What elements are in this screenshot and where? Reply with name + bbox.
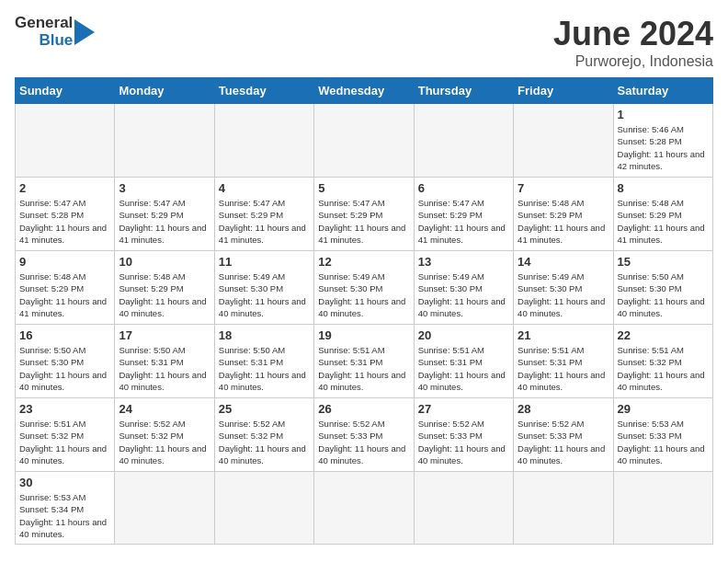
table-row: 14Sunrise: 5:49 AM Sunset: 5:30 PM Dayli… bbox=[514, 251, 613, 325]
table-row: 4Sunrise: 5:47 AM Sunset: 5:29 PM Daylig… bbox=[214, 178, 313, 251]
day-number: 10 bbox=[119, 255, 210, 269]
table-row bbox=[514, 104, 613, 178]
day-info: Sunrise: 5:52 AM Sunset: 5:33 PM Dayligh… bbox=[318, 418, 409, 466]
day-info: Sunrise: 5:51 AM Sunset: 5:31 PM Dayligh… bbox=[318, 344, 409, 393]
svg-marker-0 bbox=[74, 19, 95, 45]
table-row: 7Sunrise: 5:48 AM Sunset: 5:29 PM Daylig… bbox=[514, 178, 613, 251]
day-info: Sunrise: 5:52 AM Sunset: 5:32 PM Dayligh… bbox=[119, 418, 210, 466]
day-number: 14 bbox=[518, 255, 609, 269]
logo-triangle-icon bbox=[74, 17, 95, 47]
table-row bbox=[613, 472, 712, 545]
title-block: June 2024 Purworejo, Indonesia bbox=[553, 15, 713, 70]
day-info: Sunrise: 5:48 AM Sunset: 5:29 PM Dayligh… bbox=[518, 197, 609, 246]
table-row: 3Sunrise: 5:47 AM Sunset: 5:29 PM Daylig… bbox=[115, 178, 214, 251]
day-info: Sunrise: 5:50 AM Sunset: 5:30 PM Dayligh… bbox=[19, 344, 110, 393]
day-number: 2 bbox=[19, 181, 110, 195]
table-row: 11Sunrise: 5:49 AM Sunset: 5:30 PM Dayli… bbox=[214, 251, 313, 325]
day-number: 24 bbox=[119, 402, 210, 416]
day-number: 21 bbox=[518, 328, 609, 342]
day-info: Sunrise: 5:52 AM Sunset: 5:33 PM Dayligh… bbox=[418, 418, 509, 466]
day-number: 18 bbox=[219, 328, 310, 342]
table-row: 28Sunrise: 5:52 AM Sunset: 5:33 PM Dayli… bbox=[514, 398, 613, 472]
day-number: 17 bbox=[119, 328, 210, 342]
header-monday: Monday bbox=[115, 78, 214, 104]
table-row bbox=[414, 104, 513, 178]
table-row: 21Sunrise: 5:51 AM Sunset: 5:31 PM Dayli… bbox=[514, 325, 613, 398]
day-info: Sunrise: 5:50 AM Sunset: 5:31 PM Dayligh… bbox=[219, 344, 310, 393]
logo-general-text: General bbox=[15, 15, 73, 32]
day-number: 23 bbox=[19, 402, 110, 416]
table-row bbox=[214, 104, 313, 178]
day-info: Sunrise: 5:48 AM Sunset: 5:29 PM Dayligh… bbox=[618, 197, 709, 246]
day-info: Sunrise: 5:48 AM Sunset: 5:29 PM Dayligh… bbox=[119, 270, 210, 319]
header-saturday: Saturday bbox=[613, 78, 712, 104]
day-number: 15 bbox=[618, 255, 709, 269]
header-tuesday: Tuesday bbox=[214, 78, 313, 104]
header-wednesday: Wednesday bbox=[314, 78, 414, 104]
table-row bbox=[314, 104, 414, 178]
table-row: 29Sunrise: 5:53 AM Sunset: 5:33 PM Dayli… bbox=[613, 398, 712, 472]
day-info: Sunrise: 5:48 AM Sunset: 5:29 PM Dayligh… bbox=[19, 270, 110, 319]
day-info: Sunrise: 5:51 AM Sunset: 5:31 PM Dayligh… bbox=[518, 344, 609, 393]
day-info: Sunrise: 5:51 AM Sunset: 5:31 PM Dayligh… bbox=[418, 344, 509, 393]
table-row: 27Sunrise: 5:52 AM Sunset: 5:33 PM Dayli… bbox=[414, 398, 513, 472]
day-info: Sunrise: 5:49 AM Sunset: 5:30 PM Dayligh… bbox=[518, 270, 609, 319]
day-number: 20 bbox=[418, 328, 509, 342]
day-number: 3 bbox=[119, 181, 210, 195]
table-row: 16Sunrise: 5:50 AM Sunset: 5:30 PM Dayli… bbox=[16, 325, 115, 398]
table-row: 10Sunrise: 5:48 AM Sunset: 5:29 PM Dayli… bbox=[115, 251, 214, 325]
table-row: 13Sunrise: 5:49 AM Sunset: 5:30 PM Dayli… bbox=[414, 251, 513, 325]
table-row: 15Sunrise: 5:50 AM Sunset: 5:30 PM Dayli… bbox=[613, 251, 712, 325]
table-row bbox=[115, 104, 214, 178]
table-row: 8Sunrise: 5:48 AM Sunset: 5:29 PM Daylig… bbox=[613, 178, 712, 251]
logo-blue-text: Blue bbox=[39, 32, 73, 50]
table-row: 26Sunrise: 5:52 AM Sunset: 5:33 PM Dayli… bbox=[314, 398, 414, 472]
table-row bbox=[414, 472, 513, 545]
table-row: 9Sunrise: 5:48 AM Sunset: 5:29 PM Daylig… bbox=[16, 251, 115, 325]
day-info: Sunrise: 5:52 AM Sunset: 5:32 PM Dayligh… bbox=[219, 418, 310, 466]
day-info: Sunrise: 5:52 AM Sunset: 5:33 PM Dayligh… bbox=[518, 418, 609, 466]
table-row: 5Sunrise: 5:47 AM Sunset: 5:29 PM Daylig… bbox=[314, 178, 414, 251]
calendar-location: Purworejo, Indonesia bbox=[553, 53, 713, 70]
day-number: 6 bbox=[418, 181, 509, 195]
table-row: 17Sunrise: 5:50 AM Sunset: 5:31 PM Dayli… bbox=[115, 325, 214, 398]
day-info: Sunrise: 5:47 AM Sunset: 5:29 PM Dayligh… bbox=[119, 197, 210, 246]
day-info: Sunrise: 5:49 AM Sunset: 5:30 PM Dayligh… bbox=[318, 270, 409, 319]
table-row bbox=[214, 472, 313, 545]
day-info: Sunrise: 5:50 AM Sunset: 5:31 PM Dayligh… bbox=[119, 344, 210, 393]
table-row: 19Sunrise: 5:51 AM Sunset: 5:31 PM Dayli… bbox=[314, 325, 414, 398]
day-number: 16 bbox=[19, 328, 110, 342]
day-info: Sunrise: 5:49 AM Sunset: 5:30 PM Dayligh… bbox=[219, 270, 310, 319]
table-row: 12Sunrise: 5:49 AM Sunset: 5:30 PM Dayli… bbox=[314, 251, 414, 325]
day-info: Sunrise: 5:46 AM Sunset: 5:28 PM Dayligh… bbox=[618, 123, 709, 172]
table-row bbox=[514, 472, 613, 545]
day-number: 13 bbox=[418, 255, 509, 269]
table-row: 30Sunrise: 5:53 AM Sunset: 5:34 PM Dayli… bbox=[16, 472, 115, 545]
day-number: 25 bbox=[219, 402, 310, 416]
day-info: Sunrise: 5:47 AM Sunset: 5:28 PM Dayligh… bbox=[19, 197, 110, 246]
table-row bbox=[314, 472, 414, 545]
day-number: 5 bbox=[318, 181, 409, 195]
table-row: 22Sunrise: 5:51 AM Sunset: 5:32 PM Dayli… bbox=[613, 325, 712, 398]
day-info: Sunrise: 5:51 AM Sunset: 5:32 PM Dayligh… bbox=[618, 344, 709, 393]
table-row: 25Sunrise: 5:52 AM Sunset: 5:32 PM Dayli… bbox=[214, 398, 313, 472]
table-row: 1Sunrise: 5:46 AM Sunset: 5:28 PM Daylig… bbox=[613, 104, 712, 178]
day-info: Sunrise: 5:51 AM Sunset: 5:32 PM Dayligh… bbox=[19, 418, 110, 466]
table-row: 2Sunrise: 5:47 AM Sunset: 5:28 PM Daylig… bbox=[16, 178, 115, 251]
table-row: 18Sunrise: 5:50 AM Sunset: 5:31 PM Dayli… bbox=[214, 325, 313, 398]
day-info: Sunrise: 5:53 AM Sunset: 5:34 PM Dayligh… bbox=[19, 491, 110, 540]
day-info: Sunrise: 5:47 AM Sunset: 5:29 PM Dayligh… bbox=[219, 197, 310, 246]
day-number: 27 bbox=[418, 402, 509, 416]
day-number: 8 bbox=[618, 181, 709, 195]
calendar-title: June 2024 bbox=[553, 15, 713, 53]
logo: General Blue bbox=[15, 15, 95, 49]
day-info: Sunrise: 5:49 AM Sunset: 5:30 PM Dayligh… bbox=[418, 270, 509, 319]
day-number: 12 bbox=[318, 255, 409, 269]
table-row: 20Sunrise: 5:51 AM Sunset: 5:31 PM Dayli… bbox=[414, 325, 513, 398]
days-header-row: Sunday Monday Tuesday Wednesday Thursday… bbox=[16, 78, 713, 104]
header-sunday: Sunday bbox=[16, 78, 115, 104]
header-friday: Friday bbox=[514, 78, 613, 104]
day-info: Sunrise: 5:47 AM Sunset: 5:29 PM Dayligh… bbox=[418, 197, 509, 246]
day-number: 30 bbox=[19, 476, 110, 489]
day-number: 28 bbox=[518, 402, 609, 416]
